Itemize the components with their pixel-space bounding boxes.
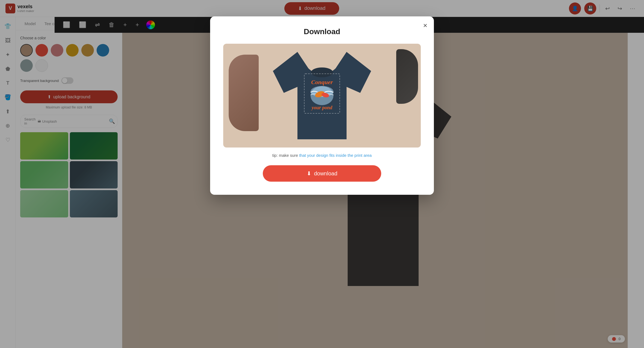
modal-preview: Conquer your pond	[223, 44, 421, 148]
close-icon: ×	[423, 21, 427, 30]
modal-download-label: download	[314, 170, 338, 177]
modal-close-button[interactable]: ×	[423, 22, 427, 29]
download-modal: × Download Conquer	[210, 16, 434, 195]
tip-text: tip: make sure that your design fits ins…	[223, 153, 421, 158]
right-arm	[396, 49, 418, 104]
svg-text:Conquer: Conquer	[311, 79, 333, 85]
modal-download-button[interactable]: ⬇ download	[263, 165, 381, 182]
tip-highlight: that your design fits inside the print a…	[299, 153, 372, 158]
modal-download-icon: ⬇	[307, 170, 311, 177]
svg-point-0	[311, 67, 333, 77]
svg-text:your pond: your pond	[311, 105, 333, 110]
preview-svg: Conquer your pond	[265, 46, 379, 145]
left-arm	[229, 55, 259, 131]
modal-title: Download	[223, 27, 421, 36]
modal-backdrop[interactable]: × Download Conquer	[0, 0, 644, 348]
